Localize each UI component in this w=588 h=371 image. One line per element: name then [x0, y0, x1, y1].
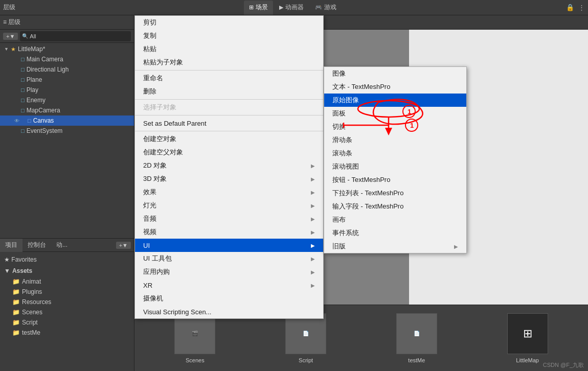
submenu-item-image[interactable]: 图像: [324, 67, 466, 80]
submenu-item-panel[interactable]: 面板: [324, 107, 466, 120]
submenu-label-toggle: 切换: [332, 122, 346, 131]
submenu-item-toggle[interactable]: 切换: [324, 120, 466, 133]
menu-item-effects-label: 效果: [143, 188, 156, 197]
arrow-2d: ▶: [311, 163, 315, 169]
menu-item-select-child[interactable]: 选择子对象: [135, 101, 323, 114]
menu-item-in-app-purchase[interactable]: 应用内购 ▶: [135, 265, 323, 279]
submenu-label-raw-image: 原始图像: [332, 96, 359, 105]
arrow-audio: ▶: [311, 216, 315, 222]
menu-item-select-child-label: 选择子对象: [143, 103, 176, 112]
submenu-label-dropdown-tmp: 下拉列表 - TextMeshPro: [332, 189, 403, 198]
submenu-item-scrollbar[interactable]: 滚动条: [324, 147, 466, 160]
submenu-item-button-tmp[interactable]: 按钮 - TextMeshPro: [324, 173, 466, 187]
arrow-iap: ▶: [311, 269, 315, 275]
divider-2: [135, 99, 323, 100]
menu-item-copy-label: 复制: [143, 31, 156, 40]
arrow-xr: ▶: [311, 283, 315, 288]
arrow-ui: ▶: [311, 243, 315, 248]
menu-item-camera[interactable]: 摄像机: [135, 292, 323, 305]
submenu-label-slider: 滑动条: [332, 135, 352, 145]
menu-item-set-default[interactable]: Set as Default Parent: [135, 117, 323, 130]
arrow-light: ▶: [311, 203, 315, 208]
menu-item-ui[interactable]: UI ▶: [135, 239, 323, 252]
menu-item-create-empty[interactable]: 创建空对象: [135, 132, 323, 146]
submenu-item-slider[interactable]: 滑动条: [324, 133, 466, 147]
submenu-label-input-tmp: 输入字段 - TextMeshPro: [332, 202, 403, 211]
menu-item-ui-toolkit-label: UI 工具包: [143, 254, 172, 263]
arrow-ui-toolkit: ▶: [311, 256, 315, 262]
menu-item-cut[interactable]: 剪切: [135, 16, 323, 29]
submenu-item-scroll-view[interactable]: 滚动视图: [324, 160, 466, 173]
divider-4: [135, 131, 323, 131]
menu-item-audio-label: 音频: [143, 214, 156, 223]
menu-item-camera-label: 摄像机: [143, 294, 163, 303]
menu-item-delete[interactable]: 删除: [135, 85, 323, 98]
submenu-label-panel: 面板: [332, 109, 346, 118]
menu-item-vs-label: Visual Scripting Scen...: [143, 308, 211, 316]
menu-item-xr-label: XR: [143, 282, 152, 289]
ui-submenu: 图像 文本 - TextMeshPro 原始图像 面板 切换 滑动条 滚动条 滚…: [324, 66, 467, 253]
submenu-label-text-meshpro: 文本 - TextMeshPro: [332, 82, 390, 91]
submenu-label-scroll-view: 滚动视图: [332, 162, 359, 171]
submenu-arrow-legacy: ▶: [454, 244, 458, 249]
menu-item-create-empty-label: 创建空对象: [143, 134, 176, 144]
menu-item-effects[interactable]: 效果 ▶: [135, 186, 323, 199]
submenu-item-text-meshpro[interactable]: 文本 - TextMeshPro: [324, 80, 466, 94]
context-menu-overlay: 剪切 复制 粘贴 粘贴为子对象 重命名 删除 选择子对象 Set as Defa…: [0, 0, 588, 371]
submenu-label-event-system: 事件系统: [332, 228, 359, 238]
menu-item-paste-label: 粘贴: [143, 44, 156, 54]
menu-item-rename[interactable]: 重命名: [135, 72, 323, 85]
arrow-3d: ▶: [311, 176, 315, 182]
submenu-item-canvas[interactable]: 画布: [324, 213, 466, 226]
menu-item-delete-label: 删除: [143, 87, 156, 96]
submenu-item-legacy[interactable]: 旧版 ▶: [324, 240, 466, 253]
submenu-label-legacy: 旧版: [332, 242, 346, 251]
menu-item-ui-label: UI: [143, 242, 150, 249]
submenu-label-image: 图像: [332, 69, 346, 78]
menu-item-xr[interactable]: XR ▶: [135, 279, 323, 292]
submenu-label-scrollbar: 滚动条: [332, 149, 352, 158]
submenu-label-canvas: 画布: [332, 215, 346, 224]
divider-3: [135, 115, 323, 115]
submenu-item-dropdown-tmp[interactable]: 下拉列表 - TextMeshPro: [324, 187, 466, 200]
menu-item-iap-label: 应用内购: [143, 267, 170, 276]
menu-item-paste-child-label: 粘贴为子对象: [143, 58, 183, 67]
menu-item-copy[interactable]: 复制: [135, 29, 323, 42]
menu-item-video-label: 视频: [143, 227, 156, 237]
arrow-effects: ▶: [311, 190, 315, 195]
submenu-item-raw-image[interactable]: 原始图像: [324, 94, 466, 107]
menu-item-video[interactable]: 视频 ▶: [135, 225, 323, 239]
menu-item-create-empty-parent-label: 创建空父对象: [143, 148, 183, 157]
menu-item-2d-label: 2D 对象: [143, 161, 167, 170]
submenu-item-event-system[interactable]: 事件系统: [324, 226, 466, 240]
menu-item-audio[interactable]: 音频 ▶: [135, 212, 323, 225]
menu-item-rename-label: 重命名: [143, 74, 163, 83]
menu-item-set-default-label: Set as Default Parent: [143, 120, 207, 127]
menu-item-3d-object[interactable]: 3D 对象 ▶: [135, 172, 323, 186]
menu-item-light-label: 灯光: [143, 201, 156, 210]
submenu-item-input-field-tmp[interactable]: 输入字段 - TextMeshPro: [324, 200, 466, 213]
menu-item-visual-scripting[interactable]: Visual Scripting Scen...: [135, 305, 323, 318]
menu-item-3d-label: 3D 对象: [143, 174, 167, 183]
menu-item-2d-object[interactable]: 2D 对象 ▶: [135, 159, 323, 172]
menu-item-cut-label: 剪切: [143, 18, 156, 27]
menu-item-ui-toolkit[interactable]: UI 工具包 ▶: [135, 252, 323, 265]
menu-item-paste[interactable]: 粘贴: [135, 42, 323, 56]
main-context-menu: 剪切 复制 粘贴 粘贴为子对象 重命名 删除 选择子对象 Set as Defa…: [134, 15, 324, 319]
divider-1: [135, 70, 323, 71]
menu-item-create-empty-parent[interactable]: 创建空父对象: [135, 146, 323, 159]
arrow-video: ▶: [311, 229, 315, 235]
submenu-label-button-tmp: 按钮 - TextMeshPro: [332, 175, 390, 184]
menu-item-paste-child[interactable]: 粘贴为子对象: [135, 56, 323, 69]
menu-item-light[interactable]: 灯光 ▶: [135, 199, 323, 212]
